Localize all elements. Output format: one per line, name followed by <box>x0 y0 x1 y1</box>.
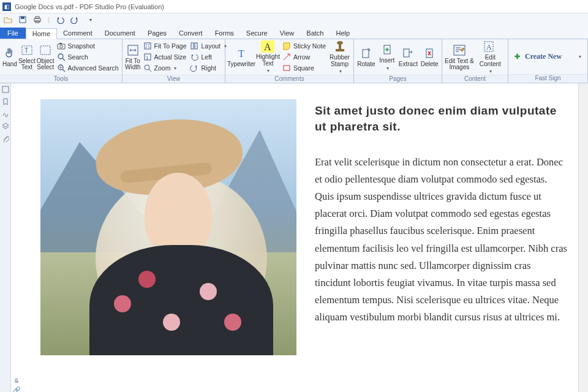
square-label: Square <box>293 64 314 72</box>
extract-label: Extract <box>399 61 418 68</box>
select-text-button[interactable]: T Select Text <box>18 40 36 74</box>
open-icon[interactable] <box>4 15 12 24</box>
square-button[interactable]: Square <box>281 62 327 74</box>
edit-content-dropdown-icon: ▾ <box>489 69 492 74</box>
group-comments-label: Comments <box>225 75 353 83</box>
svg-rect-7 <box>40 46 50 55</box>
undo-icon[interactable] <box>56 15 64 24</box>
menu-convert[interactable]: Convert <box>173 28 209 39</box>
print-icon[interactable] <box>33 15 42 24</box>
edit-content-button[interactable]: AEdit Content▾ <box>475 40 505 74</box>
advanced-search-button[interactable]: Advanced Search <box>56 62 120 74</box>
extract-icon <box>401 47 415 60</box>
fit-width-label: Fit To Width <box>125 58 141 71</box>
menu-comment[interactable]: Comment <box>57 28 99 39</box>
menu-pages[interactable]: Pages <box>141 28 173 39</box>
extract-button[interactable]: Extract <box>398 40 419 74</box>
document-page: Sit amet justo donec enim diam vulputate… <box>11 83 578 392</box>
quickbar-dropdown-icon[interactable]: ▾ <box>86 15 95 24</box>
typewriter-button[interactable]: T Typewriter <box>228 40 255 74</box>
insert-icon <box>380 43 394 56</box>
highlight-icon: A <box>261 40 274 53</box>
attachments-icon[interactable] <box>2 135 9 142</box>
zoom-icon <box>143 64 152 72</box>
svg-rect-14 <box>145 43 151 49</box>
rotate-right-button[interactable]: Right <box>189 62 228 74</box>
select-text-icon: T <box>20 43 34 57</box>
menu-view[interactable]: View <box>274 28 301 39</box>
vertical-scrollbar[interactable] <box>578 83 588 392</box>
group-content-label: Content <box>442 75 508 83</box>
svg-point-17 <box>145 65 149 70</box>
object-select-icon <box>39 43 52 57</box>
zoom-dropdown-icon: ▾ <box>174 66 176 71</box>
document-text-column: Sit amet justo donec enim diam vulputate… <box>315 99 567 355</box>
svg-text:T: T <box>24 47 28 54</box>
edit-text-images-button[interactable]: Edit Text & Images <box>445 40 474 74</box>
save-icon[interactable] <box>18 15 27 24</box>
workspace: Sit amet justo donec enim diam vulputate… <box>0 83 588 392</box>
menu-document[interactable]: Document <box>99 28 141 39</box>
hand-button[interactable]: Hand <box>2 40 17 74</box>
menu-forms[interactable]: Forms <box>209 28 240 39</box>
strikethrough-icon[interactable]: S̶ <box>15 377 18 384</box>
menu-batch[interactable]: Batch <box>300 28 330 39</box>
svg-text:A: A <box>264 42 271 52</box>
advanced-search-icon <box>57 64 66 72</box>
delete-label: Delete <box>421 61 439 68</box>
ribbon: Hand T Select Text Object Select Snapsho… <box>0 39 588 83</box>
rotate-left-icon <box>190 53 198 61</box>
svg-text:A: A <box>486 43 492 51</box>
menu-help[interactable]: Help <box>330 28 356 39</box>
zoom-button[interactable]: Zoom▾ <box>142 62 188 74</box>
bookmarks-icon[interactable] <box>2 98 9 105</box>
rotate-left-label: Left <box>201 53 212 61</box>
svg-rect-26 <box>363 50 369 58</box>
menu-secure[interactable]: Secure <box>240 28 274 39</box>
hand-icon <box>3 47 17 60</box>
create-new-button[interactable]: ✚ Create New <box>513 52 563 61</box>
sticky-note-label: Sticky Note <box>293 42 326 50</box>
snapshot-button[interactable]: Snapshot <box>56 40 120 51</box>
select-text-label: Select Text <box>18 58 36 71</box>
rotate-right-icon <box>190 64 198 72</box>
arrow-label: Arrow <box>293 53 310 61</box>
advanced-search-label: Advanced Search <box>68 64 119 72</box>
rotate-left-button[interactable]: Left <box>189 51 228 62</box>
object-select-button[interactable]: Object Select <box>37 40 55 74</box>
rubber-stamp-button[interactable]: Rubber Stamp▾ <box>328 40 351 74</box>
link-icon[interactable]: 🔗 <box>13 386 20 392</box>
tab-file[interactable]: File <box>0 28 26 39</box>
insert-button[interactable]: Insert▾ <box>377 40 397 74</box>
signature-icon[interactable] <box>2 110 9 118</box>
layers-icon[interactable] <box>2 123 9 130</box>
rotate-label: Rotate <box>357 61 375 68</box>
layout-button[interactable]: Layout▾ <box>189 40 228 51</box>
snapshot-label: Snapshot <box>68 42 95 50</box>
group-pages-label: Pages <box>354 75 442 83</box>
create-new-label: Create New <box>525 52 562 61</box>
group-content: Edit Text & Images AEdit Content▾ Conten… <box>442 39 508 83</box>
group-tools: Hand T Select Text Object Select Snapsho… <box>0 39 123 83</box>
thumbnails-icon[interactable] <box>2 86 9 93</box>
quick-access-toolbar: | ▾ <box>0 13 588 26</box>
arrow-button[interactable]: Arrow <box>281 51 327 62</box>
rotate-button[interactable]: Rotate <box>356 40 376 74</box>
svg-text:1: 1 <box>146 55 149 61</box>
fastsign-dropdown-icon[interactable]: ▾ <box>579 54 581 59</box>
tab-home[interactable]: Home <box>26 28 57 39</box>
actual-size-label: Actual Size <box>154 53 187 61</box>
typewriter-label: Typewriter <box>227 61 255 68</box>
svg-point-9 <box>59 45 62 48</box>
actual-size-button[interactable]: 1Actual Size <box>142 51 188 62</box>
fit-to-page-button[interactable]: Fit To Page <box>142 40 188 51</box>
highlight-text-button[interactable]: A Highlight Text▾ <box>256 40 280 74</box>
stamp-label: Rubber Stamp <box>330 55 350 67</box>
delete-button[interactable]: Delete <box>420 40 439 74</box>
sticky-note-icon <box>282 42 291 50</box>
search-button[interactable]: Search <box>56 51 120 62</box>
fit-to-width-button[interactable]: Fit To Width <box>125 40 141 74</box>
sticky-note-button[interactable]: Sticky Note <box>281 40 327 51</box>
redo-icon[interactable] <box>70 15 79 24</box>
rotate-icon <box>360 47 373 60</box>
